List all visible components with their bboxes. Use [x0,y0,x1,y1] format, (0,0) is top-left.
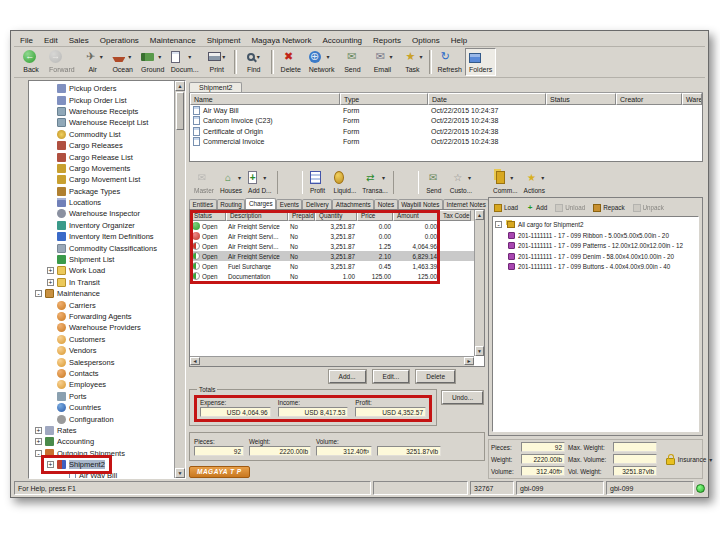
tree-expander-icon[interactable]: - [495,221,502,228]
tree-expander-icon[interactable]: + [35,427,42,434]
cargo-action-button[interactable]: Unpack [633,204,664,212]
menu-item[interactable]: Shipment [207,36,241,45]
dropdown-arrow-icon[interactable]: ▾ [100,53,103,60]
menu-item[interactable]: Operations [100,36,139,45]
tree-item[interactable]: Commodity List [45,129,124,140]
tree-item[interactable]: Contacts [45,368,102,379]
cargo-item[interactable]: 201-1111111 - 17 - 099 Buttons - 4.00x4.… [508,262,696,273]
document-row[interactable]: Commercial Invoice Form Oct/22/2015 10:2… [190,137,702,148]
dropdown-arrow-icon[interactable]: ▾ [257,53,261,60]
toolbar-button[interactable] [429,50,432,74]
column-header[interactable]: Tax Code [439,210,471,221]
charges-tab[interactable]: Entities [189,199,217,209]
delete-charge-button[interactable]: Delete [416,370,455,383]
dropdown-arrow-icon[interactable]: ▾ [541,174,545,181]
tree-item[interactable]: Package Types [45,186,123,197]
menu-item[interactable]: Reports [373,36,401,45]
toolbar-button[interactable] [393,171,419,194]
tree-item[interactable]: + Accounting [33,436,97,447]
column-header[interactable]: Status [190,210,226,221]
tree-item[interactable]: Pickup Order List [45,94,130,105]
column-header[interactable]: Description [226,210,288,221]
toolbar-button[interactable]: ▾ Email [367,48,397,76]
toolbar-button[interactable]: ▾ Transa... [359,169,390,196]
menu-item[interactable]: Accounting [322,36,362,45]
dropdown-arrow-icon[interactable]: ▾ [188,53,199,60]
scroll-left-icon[interactable] [190,357,200,365]
toolbar-button[interactable]: ▾ Houses [217,169,245,196]
column-header[interactable]: Amount [393,210,439,221]
dropdown-arrow-icon[interactable]: ▾ [327,53,335,60]
toolbar-button[interactable]: ▾ Comm... [490,169,521,196]
charge-row[interactable]: Open Air Freight Service No 3,251.87 2.1… [190,251,484,261]
tree-item[interactable]: Cargo Movements [45,163,133,174]
toolbar-button[interactable]: ▾ Network [306,48,338,76]
tree-item[interactable]: Locations [45,197,104,208]
toolbar-button[interactable]: ▾ Find [239,48,269,76]
charge-row[interactable]: Open Documentation No 1.00 125.00 125.00 [190,271,484,281]
cargo-action-button[interactable]: Repack [593,204,624,212]
tree-item[interactable]: Inventory Item Definitions [45,231,157,242]
add-charge-button[interactable]: Add... [329,370,366,383]
cargo-action-button[interactable]: Add [526,204,547,212]
column-header[interactable]: Date [428,93,546,105]
tree-expander-icon[interactable]: + [47,279,54,286]
tree-expander-icon[interactable]: + [35,438,42,445]
charges-tab[interactable]: Charges [245,198,276,209]
toolbar-button[interactable] [277,171,303,194]
tree-item[interactable]: Ports [45,391,90,402]
tree-item[interactable]: Configuration [45,413,117,424]
column-header[interactable]: Status [546,93,616,105]
tree-expander-icon[interactable]: + [47,461,54,468]
toolbar-button[interactable] [234,50,237,74]
toolbar-button[interactable]: ▾ Docum... [168,48,202,76]
cargo-action-button[interactable]: Load [494,204,518,212]
column-header[interactable]: Type [340,93,428,105]
column-header[interactable]: Price [357,210,393,221]
tree-item[interactable]: + In Transit [45,277,103,288]
menu-item[interactable]: Edit [44,36,58,45]
tree-scrollbar[interactable] [174,81,185,478]
cargo-item[interactable]: 201-1111111 - 17 - 099 Ribbon - 5.00x5.0… [508,230,696,241]
tree-item[interactable]: Warehouse Receipts [45,106,141,117]
charge-row[interactable]: Open Fuel Surcharge No 3,251.87 0.45 1,4… [190,261,484,271]
charges-tab[interactable]: Events [276,199,302,209]
tree-item[interactable]: Warehouse Providers [45,322,144,333]
charge-row[interactable]: Open Air Freight Service No 3,251.87 0.0… [190,221,484,231]
tree-item[interactable]: Warehouse Receipt List [45,117,151,128]
tree-item[interactable]: Cargo Release List [45,151,136,162]
toolbar-button[interactable]: Send [421,169,447,196]
charge-row[interactable]: Open Air Freight Servi... No 3,251.87 1.… [190,241,484,251]
column-header[interactable]: Name [190,93,340,105]
menu-item[interactable]: Magaya Network [251,36,311,45]
menu-item[interactable]: Help [451,36,467,45]
scrollbar-thumb[interactable] [176,92,184,130]
tree-expander-icon[interactable]: - [35,290,42,297]
dropdown-arrow-icon[interactable]: ▾ [158,53,164,60]
column-header[interactable]: Creator [616,93,682,105]
tree-item[interactable]: Commodity Classifications [45,242,160,253]
cargo-item[interactable]: 201-1111111 - 17 - 099 Patterns - 12.00x… [508,241,696,252]
tree-item[interactable]: Customers [45,334,108,345]
tree-item[interactable]: - Outgoing Shipments [33,448,128,459]
dropdown-arrow-icon[interactable]: ▾ [222,53,225,60]
tree-item[interactable]: Cargo Releases [45,140,126,151]
toolbar-button[interactable]: Send [337,48,367,76]
tree-item[interactable]: Inventory Organizer [45,220,138,231]
column-header[interactable]: Quantity [315,210,357,221]
undo-button[interactable]: Undo... [442,391,483,404]
scroll-down-icon[interactable] [175,468,185,478]
toolbar-button[interactable]: Liquid... [331,169,360,196]
charges-tab[interactable]: Delivery [302,199,332,209]
document-row[interactable]: Certificate of Origin Form Oct/22/2015 1… [190,126,702,137]
charges-horizontal-scrollbar[interactable] [190,356,474,366]
tree-item[interactable]: Warehouse Inspector [45,208,143,219]
cargo-root-node[interactable]: - All cargo for Shipment2 [495,219,696,230]
dropdown-arrow-icon[interactable]: ▾ [382,174,388,181]
menu-item[interactable]: File [20,36,33,45]
dropdown-arrow-icon[interactable]: ▾ [263,174,271,181]
tree-item[interactable]: Air Way Bill [57,470,120,478]
menu-item[interactable]: Options [412,36,440,45]
toolbar-button[interactable]: Back [16,48,46,76]
column-header[interactable]: Warehouse [682,93,702,105]
